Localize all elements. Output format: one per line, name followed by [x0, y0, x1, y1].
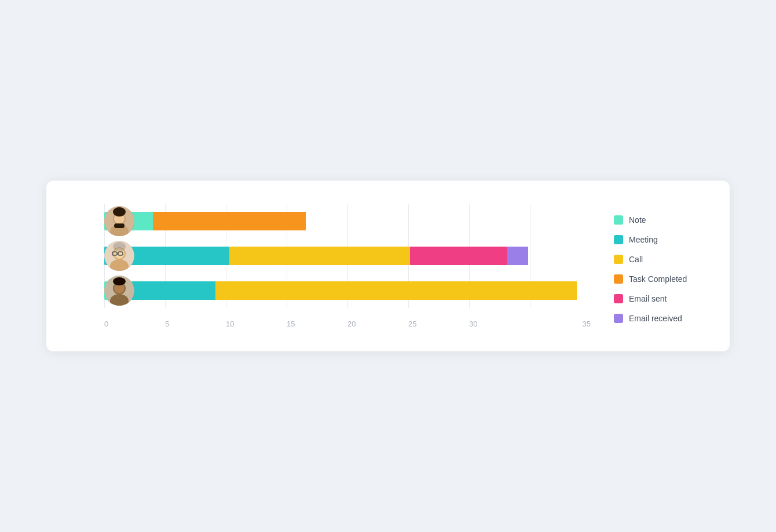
chart-card: 05101520253035 NoteMeetingCallTask Compl… — [46, 181, 730, 351]
x-axis: 05101520253035 — [69, 320, 591, 328]
bar-segment-email_sent — [410, 247, 507, 265]
bar-segment-email_received — [507, 247, 528, 265]
legend-item-note: Note — [614, 215, 707, 225]
legend-item-email_sent: Email sent — [614, 294, 707, 303]
bar-segments — [104, 281, 591, 300]
bars-section — [69, 204, 591, 308]
avatar — [104, 206, 134, 236]
legend-label-call: Call — [629, 255, 643, 264]
svg-rect-4 — [114, 223, 125, 228]
legend-item-task_completed: Task Completed — [614, 274, 707, 284]
x-axis-label: 0 — [104, 320, 165, 328]
svg-point-5 — [113, 207, 126, 217]
bar-segment-meeting — [132, 281, 215, 300]
legend-color-note — [614, 215, 623, 225]
avatar — [104, 241, 134, 271]
x-axis-label: 5 — [165, 320, 226, 328]
x-axis-label: 25 — [408, 320, 469, 328]
x-axis-label: 10 — [226, 320, 287, 328]
legend-color-task_completed — [614, 274, 623, 284]
x-axis-label: 30 — [469, 320, 530, 328]
legend-label-email_sent: Email sent — [629, 294, 667, 303]
legend-label-meeting: Meeting — [629, 235, 658, 244]
legend-color-meeting — [614, 235, 623, 244]
x-axis-label: 35 — [530, 320, 591, 328]
legend-item-email_received: Email received — [614, 314, 707, 323]
bar-row — [104, 204, 591, 239]
legend-label-task_completed: Task Completed — [629, 274, 687, 284]
legend-label-note: Note — [629, 215, 646, 225]
legend-color-email_sent — [614, 294, 623, 303]
bar-row — [104, 239, 591, 273]
legend-area: NoteMeetingCallTask CompletedEmail sentE… — [591, 204, 707, 328]
legend-label-email_received: Email received — [629, 314, 682, 323]
legend-item-call: Call — [614, 255, 707, 264]
legend-color-call — [614, 255, 623, 264]
svg-point-13 — [113, 242, 126, 251]
bar-segment-call — [229, 247, 410, 265]
bar-segments — [104, 212, 591, 230]
bar-segment-call — [215, 281, 577, 300]
bar-segment-task_completed — [153, 212, 306, 230]
legend-color-email_received — [614, 314, 623, 323]
avatar — [104, 276, 134, 306]
bar-row — [104, 273, 591, 308]
svg-point-18 — [113, 277, 126, 285]
chart-area: 05101520253035 — [69, 204, 591, 328]
bar-segments — [104, 247, 591, 265]
x-axis-label: 15 — [287, 320, 347, 328]
legend-item-meeting: Meeting — [614, 235, 707, 244]
x-axis-label: 20 — [347, 320, 408, 328]
